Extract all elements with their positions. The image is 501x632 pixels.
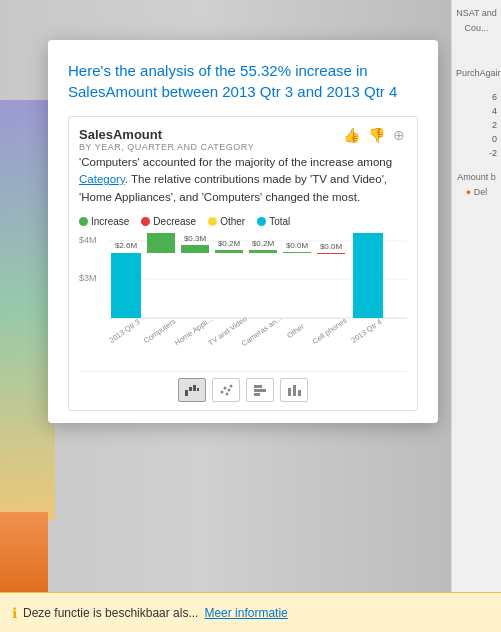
legend-other-label: Other [220, 216, 245, 227]
svg-text:2013 Qtr 4: 2013 Qtr 4 [349, 317, 383, 345]
legend-increase-label: Increase [91, 216, 129, 227]
legend-total: Total [257, 216, 290, 227]
right-label-amount: Amount b [456, 172, 497, 183]
desc-text-1: 'Computers' accounted for the majority o… [79, 156, 392, 168]
thumbs-up-icon[interactable]: 👍 [341, 127, 362, 143]
bottom-info-bar: ℹ Deze functie is beschikbaar als... Mee… [0, 592, 501, 632]
toolbar-waterfall-btn[interactable] [178, 378, 206, 402]
toolbar-scatter-btn[interactable] [212, 378, 240, 402]
right-panel: NSAT and Cou... PurchAgain 6 4 2 0 -2 Am… [451, 0, 501, 632]
meer-informatie-link[interactable]: Meer informatie [204, 606, 287, 620]
legend-decrease-label: Decrease [153, 216, 196, 227]
svg-rect-28 [254, 385, 262, 388]
svg-point-25 [228, 388, 231, 391]
chart-subtitle: BY YEAR, QUARTER AND CATEGORY [79, 142, 254, 152]
toolbar-column-btn[interactable] [280, 378, 308, 402]
svg-text:$0.3M: $0.3M [184, 234, 207, 243]
chart-header: SalesAmount BY YEAR, QUARTER AND CATEGOR… [79, 127, 407, 152]
svg-text:Other: Other [285, 321, 306, 339]
svg-point-26 [230, 384, 233, 387]
svg-rect-33 [298, 390, 301, 396]
chart-actions: 👍 👎 ⊕ [341, 127, 407, 143]
waterfall-chart: $4M $3M $2.6M $0.7M $0.3M $0.2M [79, 233, 407, 363]
svg-rect-22 [197, 388, 199, 391]
right-axis-0: 0 [456, 134, 497, 144]
right-axis-neg2: -2 [456, 148, 497, 158]
right-axis-4: 4 [456, 106, 497, 116]
svg-text:Cell phones: Cell phones [311, 316, 349, 346]
chart-section: SalesAmount BY YEAR, QUARTER AND CATEGOR… [68, 116, 418, 411]
bottom-left-orange [0, 512, 48, 592]
bar-tv-video [215, 250, 243, 253]
bar-cellphones [317, 253, 345, 254]
chart-toolbar [79, 371, 407, 402]
svg-rect-32 [293, 385, 296, 396]
svg-text:2013 Qtr 3: 2013 Qtr 3 [109, 317, 142, 345]
thumbs-down-icon[interactable]: 👎 [366, 127, 387, 143]
info-icon: ℹ [12, 605, 17, 621]
legend-total-label: Total [269, 216, 290, 227]
right-label-nsat: NSAT and [456, 8, 497, 19]
chart-legend: Increase Decrease Other Total [79, 216, 407, 227]
right-label-cou: Cou... [456, 23, 497, 34]
svg-rect-29 [254, 389, 266, 392]
bottom-bar-text: Deze functie is beschikbaar als... [23, 606, 198, 620]
legend-decrease-dot [141, 217, 150, 226]
bar-computers [147, 233, 175, 253]
legend-increase-dot [79, 217, 88, 226]
y-label-4m: $4M [79, 235, 97, 245]
expand-icon[interactable]: ⊕ [391, 127, 407, 143]
left-background-chart [0, 100, 55, 520]
svg-point-24 [224, 386, 227, 389]
chart-svg: $2.6M $0.7M $0.3M $0.2M $0.2M $0.0M $0 [109, 233, 407, 348]
svg-rect-30 [254, 393, 260, 396]
legend-total-dot [257, 217, 266, 226]
legend-other: Other [208, 216, 245, 227]
legend-other-dot [208, 217, 217, 226]
bar-icon [252, 382, 268, 398]
legend-increase: Increase [79, 216, 129, 227]
chart-title: SalesAmount [79, 127, 254, 142]
svg-rect-31 [288, 388, 291, 396]
column-icon [286, 382, 302, 398]
scatter-icon [218, 382, 234, 398]
card-title: Here's the analysis of the 55.32% increa… [68, 60, 418, 102]
right-label-del: ● Del [456, 187, 497, 198]
bar-cameras [249, 250, 277, 253]
svg-text:$0.0M: $0.0M [320, 242, 343, 251]
desc-text-2: . The relative contributions made by 'TV… [79, 173, 387, 202]
category-link[interactable]: Category [79, 173, 125, 185]
svg-text:$0.2M: $0.2M [218, 239, 241, 248]
right-axis-2: 2 [456, 120, 497, 130]
svg-text:$0.2M: $0.2M [252, 239, 275, 248]
svg-point-23 [221, 390, 224, 393]
bar-qtr4 [353, 233, 383, 318]
svg-text:$0.0M: $0.0M [286, 241, 309, 250]
svg-rect-19 [185, 390, 188, 396]
svg-text:$2.6M: $2.6M [115, 241, 138, 250]
right-label-purchagain: PurchAgain [456, 68, 497, 79]
svg-rect-20 [189, 387, 192, 391]
waterfall-icon [184, 382, 200, 398]
legend-decrease: Decrease [141, 216, 196, 227]
toolbar-bar-btn[interactable] [246, 378, 274, 402]
bar-other [283, 252, 311, 253]
svg-point-27 [226, 392, 229, 395]
bar-qtr3 [111, 253, 141, 318]
bar-home-appli [181, 245, 209, 253]
analysis-card: Here's the analysis of the 55.32% increa… [48, 40, 438, 423]
svg-rect-21 [193, 385, 196, 391]
y-label-3m: $3M [79, 273, 97, 283]
svg-text:Computers: Computers [142, 316, 177, 345]
chart-title-block: SalesAmount BY YEAR, QUARTER AND CATEGOR… [79, 127, 254, 152]
chart-description: 'Computers' accounted for the majority o… [79, 154, 407, 206]
right-axis-6: 6 [456, 92, 497, 102]
